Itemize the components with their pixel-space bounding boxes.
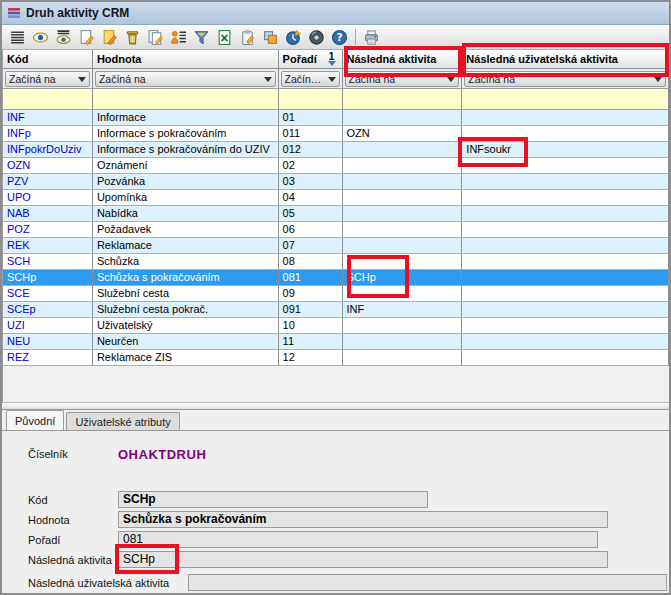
cell-kod[interactable]: INFpokrDoUziv [3, 142, 93, 158]
cell-poradi[interactable]: 04 [279, 190, 343, 206]
cell-nasledna-aktivita[interactable] [343, 142, 463, 158]
cell-naslednauziv-aktivita[interactable] [462, 174, 669, 190]
new-record-icon[interactable] [75, 27, 97, 48]
batch-edit-icon[interactable] [167, 27, 189, 48]
table-row[interactable]: NAB Nabídka 05 [3, 206, 669, 222]
cell-hodnota[interactable]: Schůzka [93, 254, 279, 270]
cell-poradi[interactable]: 02 [279, 158, 343, 174]
cell-hodnota[interactable]: Reklamace [93, 238, 279, 254]
delete-record-icon[interactable] [121, 27, 143, 48]
filter-dropdown-kod[interactable]: Začíná na [5, 71, 90, 87]
cell-poradi[interactable]: 01 [279, 110, 343, 126]
cell-poradi[interactable]: 07 [279, 238, 343, 254]
cell-hodnota[interactable]: Služební cesta [93, 286, 279, 302]
cell-nasledna-aktivita[interactable]: SCHp [343, 270, 463, 286]
filter-dropdown-hodnota[interactable]: Začíná na [95, 71, 276, 87]
cell-naslednauziv-aktivita[interactable] [462, 238, 669, 254]
panel-splitter[interactable] [2, 402, 669, 410]
cell-poradi[interactable]: 10 [279, 318, 343, 334]
cell-naslednauziv-aktivita[interactable] [462, 302, 669, 318]
cell-naslednauziv-aktivita[interactable] [462, 158, 669, 174]
cell-kod[interactable]: INF [3, 110, 93, 126]
filter-dropdown-poradi[interactable]: Začíná na [281, 71, 340, 87]
cell-hodnota[interactable]: Uživatelský [93, 318, 279, 334]
table-row[interactable]: INFpokrDoUziv Informace s pokračováním d… [3, 142, 669, 158]
cell-poradi[interactable]: 011 [279, 126, 343, 142]
duplicate-icon[interactable] [259, 27, 281, 48]
table-row[interactable]: SCH Schůzka 08 [3, 254, 669, 270]
cell-hodnota[interactable]: Nabídka [93, 206, 279, 222]
filter-input-kod[interactable] [3, 89, 93, 110]
notes-icon[interactable] [236, 27, 258, 48]
preview-with-header-icon[interactable] [52, 27, 74, 48]
cell-kod[interactable]: REK [3, 238, 93, 254]
cell-nasledna-aktivita[interactable] [343, 350, 463, 366]
cell-nasledna-aktivita[interactable]: INF [343, 302, 463, 318]
cell-kod[interactable]: NAB [3, 206, 93, 222]
column-header-poradi[interactable]: Pořadí 1 [279, 50, 343, 69]
cell-poradi[interactable]: 12 [279, 350, 343, 366]
filter-input-nasledna[interactable] [343, 89, 463, 110]
cell-nasledna-aktivita[interactable] [343, 286, 463, 302]
column-header-nasledna-aktivita[interactable]: Následná aktivita [343, 50, 463, 69]
table-row[interactable]: INFp Informace s pokračováním 011 OZN [3, 126, 669, 142]
cell-kod[interactable]: NEU [3, 334, 93, 350]
cell-hodnota[interactable]: Informace s pokračováním do UZIV [93, 142, 279, 158]
cell-kod[interactable]: REZ [3, 350, 93, 366]
cell-nasledna-aktivita[interactable] [343, 110, 463, 126]
cell-kod[interactable]: PZV [3, 174, 93, 190]
table-row[interactable]: POZ Požadavek 06 [3, 222, 669, 238]
preview-eye-icon[interactable] [29, 27, 51, 48]
print-icon[interactable] [360, 27, 382, 48]
cell-naslednauziv-aktivita[interactable] [462, 334, 669, 350]
table-row[interactable]: NEU Neurčen 11 [3, 334, 669, 350]
title-bar[interactable]: Druh aktivity CRM [2, 2, 669, 25]
table-row[interactable]: UZI Uživatelský 10 [3, 318, 669, 334]
cell-nasledna-aktivita[interactable] [343, 238, 463, 254]
cell-poradi[interactable]: 05 [279, 206, 343, 222]
tab-uzivatelske-atributy[interactable]: Uživatelské atributy [66, 412, 179, 430]
history-clock-icon[interactable] [282, 27, 304, 48]
cell-hodnota[interactable]: Služební cesta pokrač. [93, 302, 279, 318]
cell-poradi[interactable]: 03 [279, 174, 343, 190]
cell-nasledna-aktivita[interactable] [343, 318, 463, 334]
filter-input-naslednauziv[interactable] [462, 89, 669, 110]
tab-puvodni[interactable]: Původní [6, 410, 64, 430]
cell-naslednauziv-aktivita[interactable] [462, 270, 669, 286]
cell-naslednauziv-aktivita[interactable] [462, 190, 669, 206]
cell-hodnota[interactable]: Reklamace ZIS [93, 350, 279, 366]
cell-hodnota[interactable]: Pozvánka [93, 174, 279, 190]
cell-nasledna-aktivita[interactable]: OZN [343, 126, 463, 142]
cell-naslednauziv-aktivita[interactable] [462, 286, 669, 302]
table-row[interactable]: OZN Oznámení 02 [3, 158, 669, 174]
cell-hodnota[interactable]: Informace s pokračováním [93, 126, 279, 142]
cell-kod[interactable]: SCHp [3, 270, 93, 286]
cell-naslednauziv-aktivita[interactable] [462, 126, 669, 142]
table-row[interactable]: SCEp Služební cesta pokrač. 091 INF [3, 302, 669, 318]
cell-poradi[interactable]: 091 [279, 302, 343, 318]
cell-poradi[interactable]: 11 [279, 334, 343, 350]
cell-kod[interactable]: SCE [3, 286, 93, 302]
cell-naslednauziv-aktivita[interactable] [462, 350, 669, 366]
data-disc-icon[interactable] [305, 27, 327, 48]
cell-poradi[interactable]: 08 [279, 254, 343, 270]
cell-kod[interactable]: UZI [3, 318, 93, 334]
table-row[interactable]: PZV Pozvánka 03 [3, 174, 669, 190]
cell-hodnota[interactable]: Schůzka s pokračováním [93, 270, 279, 286]
cell-poradi[interactable]: 06 [279, 222, 343, 238]
filter-dropdown-naslednauziv[interactable]: Začíná na [464, 71, 666, 87]
cell-kod[interactable]: UPO [3, 190, 93, 206]
filter-dropdown-nasledna[interactable]: Začíná na [345, 71, 460, 87]
cell-naslednauziv-aktivita[interactable] [462, 206, 669, 222]
edit-record-icon[interactable] [98, 27, 120, 48]
cell-hodnota[interactable]: Informace [93, 110, 279, 126]
cell-naslednauziv-aktivita[interactable] [462, 318, 669, 334]
filter-input-poradi[interactable] [279, 89, 343, 110]
cell-nasledna-aktivita[interactable] [343, 206, 463, 222]
cell-kod[interactable]: POZ [3, 222, 93, 238]
table-row[interactable]: REK Reklamace 07 [3, 238, 669, 254]
cell-naslednauziv-aktivita[interactable] [462, 222, 669, 238]
cell-kod[interactable]: SCEp [3, 302, 93, 318]
column-header-hodnota[interactable]: Hodnota [93, 50, 279, 69]
cell-kod[interactable]: INFp [3, 126, 93, 142]
